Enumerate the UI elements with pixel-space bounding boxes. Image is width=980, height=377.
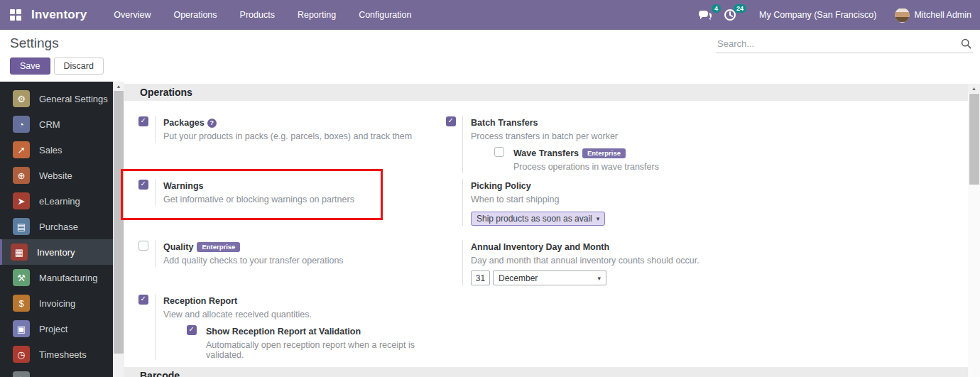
wave-transfers-label[interactable]: Wave Transfers	[513, 148, 579, 158]
enterprise-badge: Enterprise	[197, 242, 240, 252]
scroll-up-icon[interactable]: ▲	[113, 82, 124, 91]
section-header-operations: Operations	[124, 84, 968, 101]
activities-button[interactable]: 24	[724, 7, 742, 23]
setting-warnings: Warnings Get informative or blocking war…	[138, 179, 446, 206]
nav-menu: Overview Operations Products Reporting C…	[105, 6, 420, 24]
sidebar-scroll-thumb[interactable]	[114, 91, 124, 354]
activities-badge: 24	[734, 4, 746, 13]
setting-show-reception-report: Show Reception Report at Validation Auto…	[187, 324, 446, 360]
main-scroll-thumb[interactable]	[969, 94, 979, 185]
setting-wave-transfers: Wave TransfersEnterprise Process operati…	[494, 146, 659, 173]
show-reception-report-label[interactable]: Show Reception Report at Validation	[206, 327, 361, 337]
packages-checkbox[interactable]	[138, 116, 148, 126]
settings-main: Operations Packages? Put your products i…	[124, 82, 980, 377]
annual-inventory-day-input[interactable]	[471, 271, 490, 285]
setting-annual-inventory: Annual Inventory Day and Month Day and m…	[446, 240, 980, 285]
annual-inventory-desc: Day and month that annual inventory coun…	[471, 256, 699, 266]
picking-policy-label: Picking Policy	[471, 181, 531, 191]
enterprise-badge: Enterprise	[582, 148, 626, 158]
setting-batch-transfers: Batch Transfers Process transfers in bat…	[446, 116, 980, 173]
stopwatch-icon: ◷	[13, 346, 30, 363]
sidebar-item-manufacturing[interactable]: ⚒Manufacturing	[0, 265, 113, 290]
top-navbar: Inventory Overview Operations Products R…	[0, 0, 980, 30]
sidebar-item-website[interactable]: ⊕Website	[0, 163, 113, 188]
sidebar-item-elearning[interactable]: ➤eLearning	[0, 188, 113, 214]
search-icon[interactable]	[961, 38, 971, 49]
control-panel: Settings Save Discard	[0, 30, 980, 82]
sidebar-item-crm[interactable]: ◔CRM	[0, 111, 113, 137]
picking-policy-select[interactable]: Ship products as soon as avail▾	[471, 212, 605, 226]
save-button[interactable]: Save	[10, 58, 50, 75]
setting-reception-report: Reception Report View and allocate recei…	[138, 294, 446, 360]
search-box	[716, 35, 973, 53]
batch-transfers-label[interactable]: Batch Transfers	[471, 118, 538, 128]
elearning-icon: ➤	[13, 192, 30, 209]
quality-label[interactable]: Quality	[163, 242, 193, 252]
reception-report-label[interactable]: Reception Report	[163, 296, 237, 306]
sidebar-item-email-marketing[interactable]: ✈Email Marketing	[0, 367, 113, 377]
project-icon: ▣	[13, 320, 30, 337]
help-icon[interactable]: ?	[207, 119, 217, 128]
sidebar-item-sales[interactable]: ↗Sales	[0, 137, 113, 163]
avatar	[895, 8, 910, 23]
chevron-down-icon: ▾	[597, 215, 600, 222]
nav-item-overview[interactable]: Overview	[105, 6, 159, 24]
nav-item-operations[interactable]: Operations	[165, 6, 225, 24]
globe-icon: ⊕	[13, 167, 30, 184]
gear-icon: ⚙	[13, 90, 30, 107]
packages-desc: Put your products in packs (e.g. parcels…	[163, 131, 412, 141]
sidebar-item-invoicing[interactable]: $Invoicing	[0, 290, 113, 316]
scroll-up-icon[interactable]: ▲	[968, 84, 980, 93]
section-header-barcode: Barcode	[124, 367, 968, 377]
sales-chart-icon: ↗	[13, 141, 30, 158]
show-reception-report-desc: Automatically open reception report when…	[206, 340, 446, 360]
main-scrollbar[interactable]: ▲	[968, 84, 980, 377]
messages-badge: 4	[712, 4, 721, 13]
picking-policy-desc: When to start shipping	[471, 195, 605, 204]
annual-inventory-label: Annual Inventory Day and Month	[471, 242, 609, 252]
nav-item-products[interactable]: Products	[232, 6, 283, 24]
wrench-icon: ⚒	[13, 269, 30, 286]
show-reception-report-checkbox[interactable]	[187, 325, 197, 335]
invoice-icon: $	[13, 295, 30, 312]
nav-item-reporting[interactable]: Reporting	[289, 6, 344, 24]
batch-transfers-checkbox[interactable]	[446, 116, 456, 126]
search-input[interactable]	[716, 35, 973, 53]
warnings-label[interactable]: Warnings	[163, 181, 203, 191]
reception-report-checkbox[interactable]	[138, 295, 148, 305]
sidebar-item-project[interactable]: ▣Project	[0, 316, 113, 342]
messages-button[interactable]: 4	[698, 7, 717, 23]
quality-checkbox[interactable]	[138, 241, 148, 251]
packages-label[interactable]: Packages	[163, 118, 205, 128]
warnings-checkbox[interactable]	[138, 180, 148, 190]
batch-transfers-desc: Process transfers in batch per worker	[471, 131, 659, 141]
user-name: Mitchell Admin	[914, 10, 971, 20]
warnings-desc: Get informative or blocking warnings on …	[163, 195, 354, 204]
setting-quality: QualityEnterprise Add quality checks to …	[138, 240, 446, 267]
app-name[interactable]: Inventory	[31, 8, 87, 22]
wave-transfers-desc: Process operations in wave transfers	[513, 162, 659, 172]
sidebar-item-inventory[interactable]: ▦Inventory	[0, 239, 113, 265]
sidebar-scrollbar[interactable]: ▲	[113, 82, 124, 377]
settings-sidebar: ⚙General Settings ◔CRM ↗Sales ⊕Website ➤…	[0, 82, 124, 377]
apps-grid-icon[interactable]	[10, 9, 21, 21]
reception-report-desc: View and allocate received quantities.	[163, 310, 446, 319]
crm-icon: ◔	[13, 116, 30, 133]
setting-picking-policy: Picking Policy When to start shipping Sh…	[446, 179, 980, 226]
discard-button[interactable]: Discard	[54, 58, 104, 75]
setting-packages: Packages? Put your products in packs (e.…	[138, 116, 446, 143]
inventory-icon: ▦	[11, 244, 28, 261]
paper-plane-icon: ✈	[13, 371, 30, 377]
purchase-icon: ▤	[13, 218, 30, 235]
wave-transfers-checkbox[interactable]	[494, 147, 504, 157]
chevron-down-icon: ▾	[597, 275, 601, 282]
sidebar-item-purchase[interactable]: ▤Purchase	[0, 214, 113, 239]
sidebar-item-timesheets[interactable]: ◷Timesheets	[0, 342, 113, 367]
annual-inventory-month-select[interactable]: December▾	[493, 271, 606, 285]
sidebar-item-general-settings[interactable]: ⚙General Settings	[0, 86, 113, 111]
user-menu[interactable]: Mitchell Admin	[895, 8, 971, 23]
quality-desc: Add quality checks to your transfer oper…	[163, 256, 344, 266]
chat-bubble-icon	[698, 10, 712, 21]
nav-item-configuration[interactable]: Configuration	[350, 6, 420, 24]
company-menu[interactable]: My Company (San Francisco)	[759, 10, 876, 20]
